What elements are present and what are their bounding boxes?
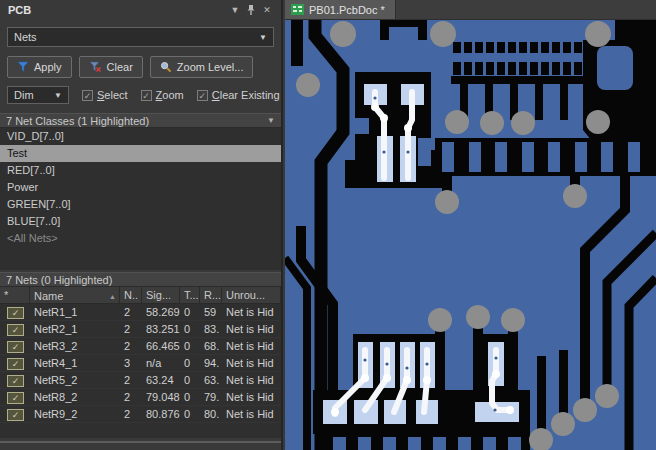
net-signal: 66.465 [142,338,180,354]
col-header-nodes[interactable]: N.. [120,287,142,303]
net-routed: 83. [200,321,222,337]
col-header-star[interactable]: * [0,287,30,303]
table-row[interactable]: ✓ NetR3_2 2 66.465 0 68. Net is Hid [0,338,281,355]
clear-existing-label: lear Existing [220,89,280,101]
dim-value: Dim [14,89,34,101]
select-checkbox[interactable]: ✓ [82,90,93,101]
magnifier-icon [160,61,172,73]
apply-button-label: Apply [34,61,62,73]
row-checkbox[interactable]: ✓ [7,375,24,387]
net-class-item-selected[interactable]: Test [0,145,281,162]
row-checkbox[interactable]: ✓ [7,409,24,421]
col-header-routed[interactable]: R... [200,287,222,303]
pcb-canvas[interactable] [285,20,656,450]
col-header-unrouted[interactable]: Unrou... [222,287,281,303]
clear-existing-checkbox-option[interactable]: ✓ Clear Existing [197,89,280,101]
apply-button[interactable]: Apply [7,56,72,78]
net-class-item[interactable]: VID_D[7..0] [0,128,281,145]
row-checkbox[interactable]: ✓ [7,358,24,370]
tab-pb01-pcbdoc[interactable]: PB01.PcbDoc * [285,0,396,19]
chevron-down-icon: ▼ [267,116,275,125]
net-class-item[interactable]: BLUE[7..0] [0,213,281,230]
panel-splitter[interactable] [0,441,281,443]
zoom-level-button-label: Zoom Level... [177,61,244,73]
net-name: NetR9_2 [30,406,120,422]
col-header-t[interactable]: T... [180,287,200,303]
net-class-item[interactable]: GREEN[7..0] [0,196,281,213]
net-t: 0 [180,338,200,354]
net-signal: 83.251 [142,321,180,337]
pin-icon[interactable] [243,4,259,16]
table-row[interactable]: ✓ NetR9_2 2 80.876 0 80. Net is Hid [0,406,281,423]
net-classes-list: VID_D[7..0] Test RED[7..0] Power GREEN[7… [0,128,281,270]
panel-menu-icon[interactable]: ▼ [227,5,243,15]
table-row[interactable]: ✓ NetR5_2 2 63.24 0 63. Net is Hid [0,372,281,389]
net-t: 0 [180,372,200,388]
net-classes-header[interactable]: 7 Net Classes (1 Highlighted) ▼ [0,113,281,128]
apply-funnel-icon [17,61,29,73]
row-checkbox[interactable]: ✓ [7,341,24,353]
col-header-name[interactable]: Name ▲ [30,287,120,303]
pcb-editor: PB01.PcbDoc * [285,0,656,450]
net-name: NetR5_2 [30,372,120,388]
options-row: Dim ▼ ✓ Select ✓ Zoom ✓ Clear Existing [7,86,281,104]
net-class-item[interactable]: RED[7..0] [0,162,281,179]
net-nodes: 2 [120,321,142,337]
clear-button[interactable]: Clear [79,56,143,78]
net-name: NetR1_1 [30,304,120,320]
net-name: NetR4_1 [30,355,120,371]
table-row[interactable]: ✓ NetR1_1 2 58.269 0 59 Net is Hid [0,304,281,321]
document-tabbar: PB01.PcbDoc * [285,0,656,20]
net-class-item[interactable]: Power [0,179,281,196]
zoom-label: oom [162,89,183,101]
net-routed: 68. [200,338,222,354]
nets-table: * Name ▲ N.. Sig... T... R... Unrou... ✓… [0,287,281,438]
net-unrouted: Net is Hid [222,355,281,371]
net-classes-header-label: 7 Net Classes (1 Highlighted) [6,115,149,127]
zoom-checkbox[interactable]: ✓ [141,90,152,101]
tab-label: PB01.PcbDoc * [309,4,385,16]
panel-titlebar: PCB ▼ ✕ [0,0,281,20]
net-routed: 94. [200,355,222,371]
net-routed: 80. [200,406,222,422]
filter-type-dropdown[interactable]: Nets ▼ [7,27,274,47]
net-unrouted: Net is Hid [222,304,281,320]
panel-title: PCB [8,4,227,16]
row-checkbox[interactable]: ✓ [7,324,24,336]
panel-toolbar: Apply Clear Zoom Level... [7,56,281,78]
net-nodes: 2 [120,389,142,405]
chevron-down-icon: ▼ [54,91,62,100]
select-label: elect [104,89,127,101]
zoom-checkbox-option[interactable]: ✓ Zoom [141,89,184,101]
col-header-signal[interactable]: Sig... [142,287,180,303]
net-t: 0 [180,389,200,405]
clear-existing-checkbox[interactable]: ✓ [197,90,208,101]
net-signal: 80.876 [142,406,180,422]
table-row[interactable]: ✓ NetR2_1 2 83.251 0 83. Net is Hid [0,321,281,338]
close-icon[interactable]: ✕ [259,5,275,15]
net-nodes: 2 [120,406,142,422]
select-checkbox-option[interactable]: ✓ Select [82,89,128,101]
nets-section-header[interactable]: 7 Nets (0 Highlighted) [0,272,281,287]
net-nodes: 2 [120,304,142,320]
net-class-item-all-nets[interactable]: <All Nets> [0,230,281,247]
net-signal: 63.24 [142,372,180,388]
sort-ascending-icon: ▲ [109,293,116,300]
row-checkbox[interactable]: ✓ [7,307,24,319]
row-checkbox[interactable]: ✓ [7,392,24,404]
pcb-panel: PCB ▼ ✕ Nets ▼ Apply [0,0,283,450]
net-routed: 63. [200,372,222,388]
table-row[interactable]: ✓ NetR4_1 3 n/a 0 94. Net is Hid [0,355,281,372]
dim-dropdown[interactable]: Dim ▼ [7,86,69,104]
net-t: 0 [180,355,200,371]
net-nodes: 2 [120,338,142,354]
zoom-level-button[interactable]: Zoom Level... [150,56,254,78]
nets-section-header-label: 7 Nets (0 Highlighted) [6,274,112,286]
net-signal: n/a [142,355,180,371]
clear-button-label: Clear [107,61,133,73]
net-unrouted: Net is Hid [222,389,281,405]
table-row[interactable]: ✓ NetR8_2 2 79.048 0 79. Net is Hid [0,389,281,406]
net-unrouted: Net is Hid [222,406,281,422]
net-routed: 59 [200,304,222,320]
net-nodes: 3 [120,355,142,371]
